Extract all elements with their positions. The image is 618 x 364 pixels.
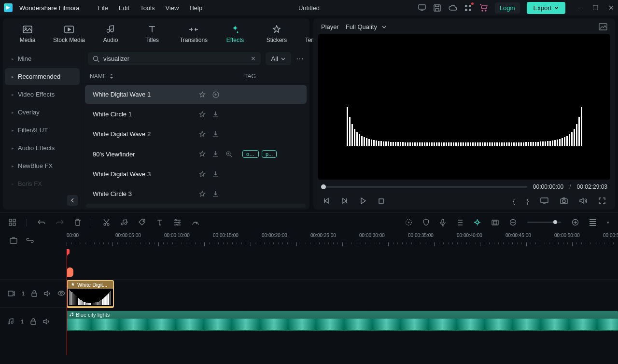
star-icon[interactable]: [199, 91, 206, 98]
grid-icon[interactable]: [9, 219, 16, 226]
quality-dropdown[interactable]: Full Quality: [346, 23, 386, 30]
menu-help[interactable]: Help: [189, 4, 202, 12]
zoom-slider[interactable]: [527, 222, 561, 223]
login-button[interactable]: Login: [495, 2, 520, 14]
audio-clip[interactable]: Blue city lights: [67, 311, 618, 331]
sidebar-item-overlay[interactable]: ▸Overlay: [5, 104, 80, 121]
link-icon[interactable]: [26, 238, 34, 243]
expand-icon[interactable]: [225, 151, 232, 157]
save-icon[interactable]: [433, 3, 442, 12]
delete-icon[interactable]: [74, 219, 81, 226]
fullscreen-icon[interactable]: [599, 197, 605, 204]
menu-file[interactable]: File: [98, 4, 108, 12]
tag-tool-icon[interactable]: [139, 219, 146, 226]
display-icon[interactable]: [540, 197, 548, 204]
mark-in-icon[interactable]: {: [513, 197, 515, 205]
sidebar-item-video-effects[interactable]: ▸Video Effects: [5, 86, 80, 103]
list-row[interactable]: 90's Viewfinderoverlayp...: [85, 144, 307, 164]
tab-media[interactable]: Media: [8, 21, 47, 48]
preview-viewport[interactable]: [318, 34, 610, 180]
star-icon[interactable]: [199, 171, 206, 178]
adjust-icon[interactable]: [174, 219, 181, 225]
search-input-wrapper[interactable]: ✕: [88, 52, 261, 65]
cut-icon[interactable]: [103, 219, 110, 226]
video-clip[interactable]: White Digit...: [67, 280, 114, 308]
playhead[interactable]: [67, 249, 67, 355]
music-icon[interactable]: [121, 219, 128, 226]
star-icon[interactable]: [199, 111, 206, 118]
zoom-out-icon[interactable]: [509, 219, 517, 226]
export-button[interactable]: Export: [527, 2, 566, 14]
tab-effects[interactable]: Effects: [215, 21, 255, 48]
stop-icon[interactable]: [378, 198, 384, 204]
track-lock-icon[interactable]: [31, 290, 37, 297]
star-icon[interactable]: [199, 151, 206, 157]
sidebar-item-recommended[interactable]: ▸Recommended: [5, 68, 80, 85]
camera-icon[interactable]: [560, 197, 568, 204]
view-mode-chevron-icon[interactable]: ▾: [607, 220, 609, 225]
download-icon[interactable]: [212, 171, 219, 178]
download-icon[interactable]: [212, 111, 219, 118]
render-icon[interactable]: [405, 219, 412, 226]
apps-icon[interactable]: [464, 3, 473, 12]
audio-track-icon[interactable]: [8, 318, 14, 325]
download-icon[interactable]: [212, 151, 219, 157]
filter-dropdown[interactable]: All: [266, 52, 291, 65]
cloud-icon[interactable]: [449, 3, 457, 12]
col-name-label[interactable]: NAME: [90, 73, 107, 80]
track-visible-icon[interactable]: [57, 291, 65, 296]
zoom-in-icon[interactable]: [572, 219, 579, 226]
timeline-marker[interactable]: [67, 267, 73, 277]
audio-track-lock-icon[interactable]: [30, 318, 36, 325]
list-row[interactable]: White Digital Wave 1: [85, 85, 307, 104]
menu-view[interactable]: View: [165, 4, 179, 12]
more-options-icon[interactable]: ⋯: [296, 54, 304, 63]
marker-icon[interactable]: [474, 219, 481, 226]
crop-icon[interactable]: [492, 220, 499, 225]
tag-chip[interactable]: p...: [262, 150, 277, 158]
timeline-ruler[interactable]: 00:0000:00:05:0000:00:10:0000:00:15:0000…: [67, 232, 618, 249]
auto-fit-icon[interactable]: [10, 237, 17, 244]
list-row[interactable]: White Digital Wave 3: [85, 165, 307, 183]
mark-out-icon[interactable]: }: [527, 197, 529, 205]
tab-audio[interactable]: Audio: [91, 21, 130, 48]
tab-stickers[interactable]: Stickers: [257, 21, 296, 48]
play-backward-icon[interactable]: [341, 197, 348, 204]
list-row[interactable]: White Circle 1: [85, 105, 307, 124]
sidebar-item-mine[interactable]: ▸Mine: [5, 50, 80, 67]
col-tag-label[interactable]: TAG: [244, 73, 256, 80]
download-icon[interactable]: [212, 131, 219, 138]
sidebar-collapse-button[interactable]: [67, 195, 78, 206]
sort-icon[interactable]: [110, 74, 113, 79]
track-mute-icon[interactable]: [44, 291, 51, 296]
prev-frame-icon[interactable]: [323, 197, 330, 204]
cart-icon[interactable]: [479, 3, 488, 12]
list-icon[interactable]: [456, 219, 463, 225]
speed-icon[interactable]: [192, 219, 199, 226]
mic-icon[interactable]: [440, 219, 446, 226]
menu-edit[interactable]: Edit: [119, 4, 129, 12]
track-lanes[interactable]: White Digit... Blue city lights: [67, 249, 618, 355]
horizontal-scrollbar[interactable]: [86, 204, 306, 208]
tab-stock-media[interactable]: Stock Media: [49, 21, 89, 48]
tab-titles[interactable]: Titles: [132, 21, 172, 48]
playback-scrubber[interactable]: [321, 186, 527, 188]
undo-icon[interactable]: [38, 220, 45, 225]
tag-chip[interactable]: overlay: [242, 150, 259, 158]
close-icon[interactable]: ✕: [608, 4, 614, 12]
volume-icon[interactable]: [579, 197, 587, 204]
star-icon[interactable]: [199, 131, 206, 138]
plus-icon[interactable]: [212, 91, 219, 98]
maximize-icon[interactable]: ☐: [592, 4, 599, 12]
sidebar-item-audio-effects[interactable]: ▸Audio Effects: [5, 140, 80, 156]
list-row[interactable]: White Circle 3: [85, 184, 307, 202]
redo-icon[interactable]: [56, 220, 64, 225]
text-tool-icon[interactable]: [156, 219, 163, 226]
shield-icon[interactable]: [423, 219, 429, 226]
sidebar-item-newblue-fx[interactable]: ▸NewBlue FX: [5, 157, 80, 174]
star-icon[interactable]: [199, 191, 206, 197]
list-row[interactable]: White Digital Wave 2: [85, 125, 307, 143]
sidebar-item-boris-fx[interactable]: ▸Boris FX: [5, 175, 80, 192]
download-icon[interactable]: [212, 191, 219, 197]
tab-transitions[interactable]: Transitions: [174, 21, 213, 48]
